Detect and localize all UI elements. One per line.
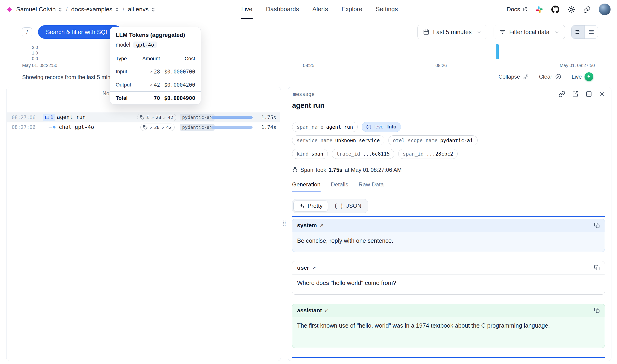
sparkles-icon <box>299 203 305 209</box>
panel-resize-handle[interactable]: ⣿ <box>282 220 287 226</box>
token-table-header: Type Amount Cost <box>110 52 201 65</box>
time-range-dropdown[interactable]: Last 5 minutes <box>417 25 487 39</box>
share-link-icon[interactable] <box>583 6 591 13</box>
docs-link[interactable]: Docs <box>507 6 528 13</box>
env-name: all envs <box>128 6 149 13</box>
span-name: chat gpt-4o <box>59 124 94 130</box>
live-toggle[interactable]: Live <box>572 72 593 81</box>
clear-button[interactable]: Clear <box>539 74 561 80</box>
chart-bar-0827[interactable] <box>496 44 499 59</box>
filter-icon <box>499 29 506 35</box>
sent-arrow-icon: ↗ <box>312 265 316 271</box>
pretty-toggle-button[interactable]: Pretty <box>293 201 328 211</box>
render-mode-toggle: Pretty { } JSON <box>292 199 368 213</box>
nav-dashboards[interactable]: Dashboards <box>266 0 299 19</box>
model-value: gpt-4o <box>133 41 157 48</box>
search-shortcut-hint: / <box>22 27 32 37</box>
tokens-in: 28 <box>154 125 160 130</box>
user-avatar[interactable] <box>599 3 611 15</box>
main-nav: Live Dashboards Alerts Explore Settings <box>241 0 398 19</box>
token-usage-chip[interactable]: ↗28 ↙42 <box>140 124 175 131</box>
sigma-aggregate-icon: Σ <box>146 115 149 120</box>
nav-settings[interactable]: Settings <box>376 0 398 19</box>
trace-row-agent-run[interactable]: 08:27:06 1 agent run Σ ↗28 ↙42 pydantic-… <box>7 112 280 122</box>
span-name: agent run <box>57 114 86 120</box>
nav-explore[interactable]: Explore <box>341 0 362 19</box>
timing-took: took <box>316 167 326 173</box>
breadcrumb-separator: / <box>66 6 67 13</box>
role-label: user <box>297 264 309 271</box>
nav-actions: Docs <box>507 0 611 19</box>
nav-live[interactable]: Live <box>241 0 252 19</box>
attr-otel-scope-name[interactable]: otel_scope_name pydantic-ai <box>388 135 478 145</box>
span-diamond-icon: ◆ <box>53 125 56 129</box>
collapse-button[interactable]: Collapse <box>499 74 529 80</box>
slack-icon[interactable] <box>536 6 543 13</box>
collapse-icon <box>523 74 529 80</box>
message-text: Be concise, reply with one sentence. <box>292 232 604 249</box>
collapse-label: Collapse <box>499 74 520 80</box>
breadcrumb: Samuel Colvin / docs-examples / all envs <box>6 0 155 19</box>
input-arrow-icon: ↗ <box>150 125 152 130</box>
tree-view-toggle[interactable] <box>572 26 585 39</box>
external-link-icon <box>522 7 527 12</box>
tab-generation[interactable]: Generation <box>292 181 320 192</box>
y-axis-tick: 1.0 <box>22 51 38 56</box>
copy-icon[interactable] <box>594 265 600 271</box>
model-label: model <box>116 42 130 48</box>
tab-details[interactable]: Details <box>331 181 348 192</box>
x-axis-tick: May 01. 08:27:50 <box>560 63 595 68</box>
x-axis-tick: 08:25 <box>303 63 314 68</box>
github-icon[interactable] <box>551 6 559 13</box>
chevron-updown-icon <box>151 7 155 12</box>
showing-records-label: Showing records from the last 5 minutes <box>22 74 121 80</box>
open-in-new-icon[interactable] <box>572 91 579 97</box>
close-icon[interactable] <box>599 91 606 97</box>
scope-tag: pydantic-ai <box>180 114 215 121</box>
project-selector[interactable]: docs-examples <box>71 6 119 13</box>
attr-span-id[interactable]: span_id ...28cbc2 <box>398 149 458 159</box>
info-icon <box>366 124 372 130</box>
timing-timestamp: at May 01 08:27:06 AM <box>345 167 402 173</box>
attr-trace-id[interactable]: trace_id ...6c8115 <box>332 149 394 159</box>
env-selector[interactable]: all envs <box>128 6 155 13</box>
token-row-total: Total 70 $0.0004900 <box>110 91 201 104</box>
search-filter-button[interactable]: Search & filter with SQL <box>38 25 122 39</box>
output-arrow-icon: ↙ <box>150 82 153 88</box>
dock-panel-icon[interactable] <box>585 91 592 97</box>
live-indicator-icon <box>585 72 593 81</box>
role-label: assistant <box>297 307 322 314</box>
copy-icon[interactable] <box>594 222 600 229</box>
clear-circle-x-icon <box>555 74 561 80</box>
trace-row-chat-gpt4o[interactable]: 08:27:06 ◆ chat gpt-4o ↗28 ↙42 pydantic-… <box>7 122 280 132</box>
tab-raw-data[interactable]: Raw Data <box>359 181 384 192</box>
sent-arrow-icon: ↗ <box>320 222 324 228</box>
theme-sun-icon[interactable] <box>568 6 575 13</box>
attr-span-name[interactable]: span_name agent run <box>292 122 357 132</box>
token-usage-chip[interactable]: Σ ↗28 ↙42 <box>137 114 176 121</box>
calendar-icon <box>423 29 429 35</box>
breadcrumb-separator: / <box>123 6 124 13</box>
attr-kind[interactable]: kind span <box>292 149 328 159</box>
chevron-updown-icon <box>58 7 62 12</box>
message-text: Where does "hello world" come from? <box>292 274 604 292</box>
message-header: user ↗ <box>292 261 604 274</box>
timing-duration: 1.75s <box>328 167 342 173</box>
message-header: system ↗ <box>292 219 604 232</box>
copy-icon[interactable] <box>594 307 600 313</box>
message-card-user: user ↗ Where does "hello world" come fro… <box>292 261 605 295</box>
status-actions: Collapse Clear Live <box>499 72 593 81</box>
attr-level[interactable]: level Info <box>362 122 401 132</box>
attr-service-name[interactable]: service_name unknown_service <box>292 135 384 145</box>
child-span-count-badge[interactable]: 1 <box>43 114 55 121</box>
message-text: The first known use of "hello, world" wa… <box>292 317 565 335</box>
json-toggle-button[interactable]: { } JSON <box>329 201 367 211</box>
message-card-assistant: assistant ↙ The first known use of "hell… <box>292 304 605 348</box>
permalink-icon[interactable] <box>559 91 565 97</box>
filter-local-data-dropdown[interactable]: Filter local data <box>494 25 565 39</box>
detail-tabs: Generation Details Raw Data <box>292 181 605 192</box>
chevron-updown-icon <box>115 7 119 12</box>
nav-alerts[interactable]: Alerts <box>313 0 328 19</box>
org-selector[interactable]: Samuel Colvin <box>16 6 62 13</box>
list-view-toggle[interactable] <box>585 26 598 39</box>
